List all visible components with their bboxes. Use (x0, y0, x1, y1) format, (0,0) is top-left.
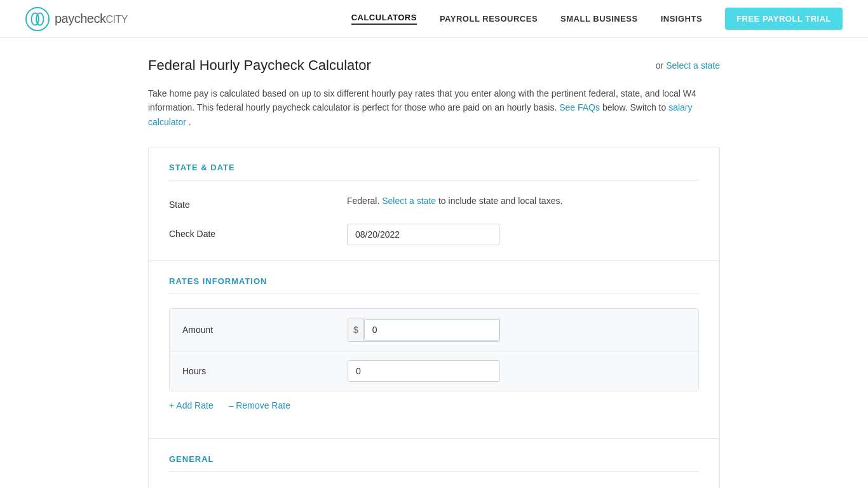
remove-rate-button[interactable]: – Remove Rate (229, 400, 290, 410)
rates-title: RATES INFORMATION (169, 276, 699, 294)
currency-symbol: $ (348, 318, 364, 341)
or-text: or (656, 60, 663, 71)
select-state-link[interactable]: Select a state (382, 196, 436, 206)
state-value: Federal. Select a state to include state… (347, 194, 699, 208)
rate-actions: + Add Rate – Remove Rate (169, 400, 699, 410)
state-field-row: State Federal. Select a state to include… (169, 194, 699, 210)
page-title: Federal Hourly Paycheck Calculator (148, 57, 371, 74)
nav-small-business[interactable]: SMALL BUSINESS (560, 14, 638, 24)
amount-input[interactable] (364, 319, 499, 341)
svg-point-0 (26, 7, 49, 30)
main-nav: CALCULATORS PAYROLL RESOURCES SMALL BUSI… (351, 8, 843, 30)
add-rate-button[interactable]: + Add Rate (169, 400, 214, 410)
amount-label: Amount (182, 325, 348, 335)
main-content: Federal Hourly Paycheck Calculator or Se… (123, 38, 745, 488)
amount-input-wrap: $ (348, 318, 500, 342)
description: Take home pay is calculated based on up … (148, 86, 720, 129)
select-state-area: or Select a state (656, 60, 720, 71)
logo[interactable]: paycheckCITY (25, 7, 128, 31)
hours-row: Hours (170, 351, 698, 391)
general-title: GENERAL (169, 454, 699, 472)
rates-section: RATES INFORMATION Amount $ Hours (149, 261, 719, 438)
rates-card: Amount $ Hours (169, 308, 699, 391)
check-date-field-row: Check Date (169, 224, 699, 245)
free-trial-button[interactable]: FREE PAYROLL TRIAL (725, 8, 843, 30)
nav-calculators[interactable]: CALCULATORS (351, 13, 417, 25)
state-text-post: to include state and local taxes. (438, 196, 562, 206)
check-date-input[interactable] (347, 224, 499, 245)
general-section: GENERAL Gross Pay $0.00 Gross Pay Method… (149, 438, 719, 488)
svg-point-2 (36, 13, 43, 25)
header: paycheckCITY CALCULATORS PAYROLL RESOURC… (0, 0, 868, 38)
check-date-label: Check Date (169, 224, 347, 239)
state-text-pre: Federal. (347, 196, 379, 206)
logo-text: paycheckCITY (55, 11, 128, 26)
nav-insights[interactable]: INSIGHTS (661, 14, 702, 24)
see-faqs-link[interactable]: See FAQs (559, 102, 600, 112)
page-header: Federal Hourly Paycheck Calculator or Se… (148, 57, 720, 74)
state-date-section: STATE & DATE State Federal. Select a sta… (149, 147, 719, 261)
check-date-value (347, 224, 699, 245)
select-state-link-header[interactable]: Select a state (666, 60, 720, 71)
amount-row: Amount $ (170, 309, 698, 351)
calculator-form: STATE & DATE State Federal. Select a sta… (148, 147, 720, 488)
nav-payroll-resources[interactable]: PAYROLL RESOURCES (440, 14, 538, 24)
hours-label: Hours (182, 366, 348, 376)
state-label: State (169, 194, 347, 210)
state-date-title: STATE & DATE (169, 163, 699, 180)
hours-input[interactable] (348, 360, 500, 382)
